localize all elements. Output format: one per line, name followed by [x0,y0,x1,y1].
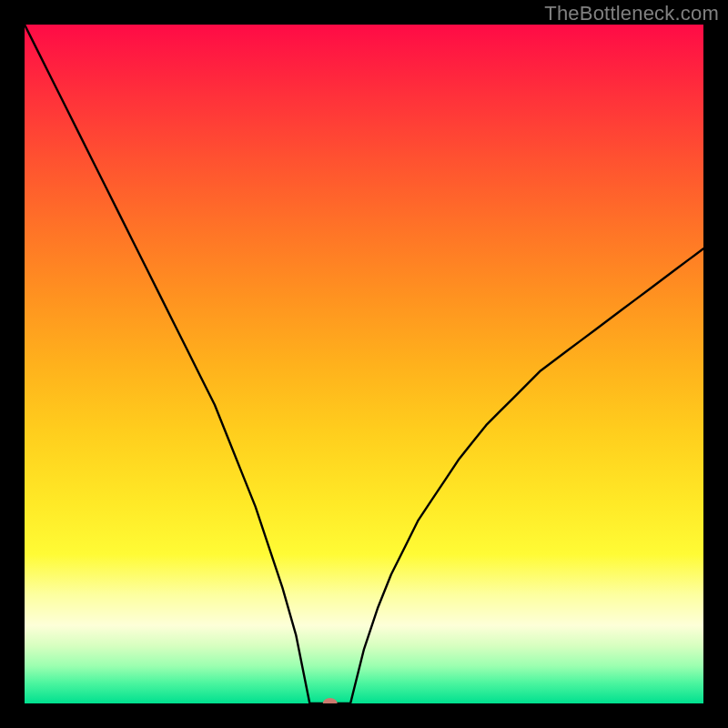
gradient-background [25,25,703,703]
plot-area [25,25,703,703]
chart-svg [25,25,703,703]
chart-container: TheBottleneck.com [0,0,728,728]
watermark-text: TheBottleneck.com [544,2,719,25]
